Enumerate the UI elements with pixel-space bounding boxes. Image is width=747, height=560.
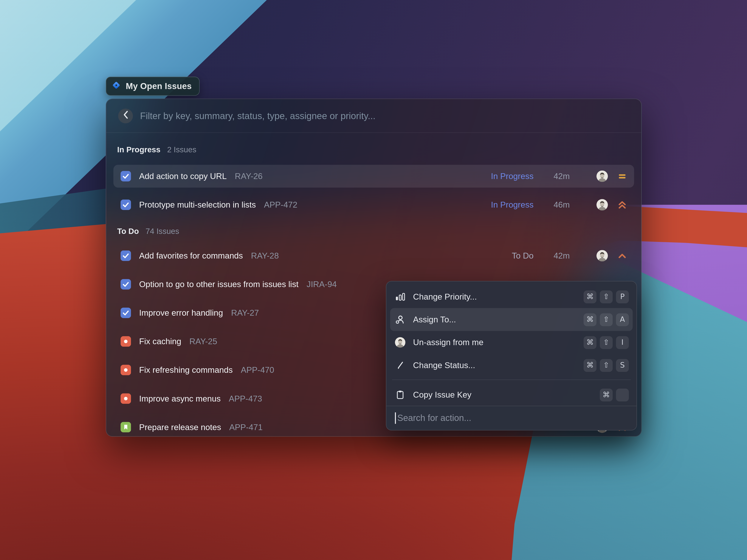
assignee-avatar bbox=[589, 250, 616, 261]
priority-medium-icon bbox=[616, 171, 627, 181]
menu-item[interactable]: Change Priority...⌘⇧P bbox=[390, 285, 633, 308]
bug-icon bbox=[121, 365, 131, 375]
checkbox-checked-icon bbox=[121, 250, 131, 261]
chevron-left-icon bbox=[123, 110, 128, 121]
section-count: 2 Issues bbox=[167, 145, 197, 154]
menu-item-label: Copy Issue Key bbox=[413, 390, 600, 400]
action-menu-items: Change Priority...⌘⇧PAssign To...⌘⇧AUn-a… bbox=[386, 282, 637, 410]
section-header: To Do74 Issues bbox=[117, 226, 630, 236]
issue-key: APP-473 bbox=[229, 394, 262, 404]
action-search-input[interactable]: Search for action... bbox=[397, 413, 471, 423]
issue-key: RAY-27 bbox=[231, 308, 259, 318]
text-cursor bbox=[395, 412, 396, 424]
keycap: ⇧ bbox=[600, 359, 613, 372]
issue-key: APP-471 bbox=[229, 422, 263, 432]
issue-key: APP-472 bbox=[264, 200, 298, 210]
assign-person-icon bbox=[395, 314, 406, 325]
status-label: To Do bbox=[512, 251, 534, 261]
menu-divider bbox=[392, 379, 630, 380]
issue-row[interactable]: Add favorites for commandsRAY-28To Do42m bbox=[113, 244, 634, 267]
shortcut-keys: ⌘⇧S bbox=[584, 359, 629, 372]
keycap: S bbox=[616, 359, 629, 372]
issue-key: RAY-26 bbox=[235, 171, 263, 181]
updated-time: 42m bbox=[534, 251, 570, 261]
issue-row[interactable]: Prototype multi-selection in listsAPP-47… bbox=[113, 193, 634, 216]
jira-diamond-icon bbox=[111, 80, 121, 92]
keycap: ⌘ bbox=[584, 359, 596, 372]
menu-item-label: Change Status... bbox=[413, 360, 584, 370]
keycap: A bbox=[616, 313, 629, 326]
clipboard-icon bbox=[395, 390, 406, 400]
command-badge[interactable]: My Open Issues bbox=[106, 77, 200, 96]
keycap: ⇧ bbox=[600, 290, 613, 303]
issue-title: Option to go to other issues from issues… bbox=[139, 279, 299, 289]
screen: My Open Issues Filter by key, summary, s… bbox=[0, 0, 747, 560]
section-header: In Progress2 Issues bbox=[117, 145, 630, 154]
menu-item[interactable]: Copy Issue Key⌘ bbox=[390, 383, 633, 406]
menu-item-label: Change Priority... bbox=[413, 292, 584, 302]
checkbox-checked-icon bbox=[121, 308, 131, 318]
story-icon bbox=[121, 422, 131, 432]
status-label: In Progress bbox=[491, 200, 534, 210]
action-search-bar[interactable]: Search for action... bbox=[386, 406, 637, 430]
section-title: In Progress bbox=[117, 145, 161, 154]
keycap: ⌘ bbox=[600, 388, 613, 401]
menu-item[interactable]: Change Status...⌘⇧S bbox=[390, 354, 633, 376]
issue-title: Improve async menus bbox=[139, 394, 221, 404]
search-input[interactable]: Filter by key, summary, status, type, as… bbox=[140, 110, 376, 121]
keycap: ⌘ bbox=[584, 336, 596, 349]
back-button[interactable] bbox=[118, 108, 133, 123]
priority-highest-icon bbox=[616, 200, 627, 209]
issue-title: Improve error handling bbox=[139, 308, 223, 318]
pencil-icon bbox=[395, 360, 406, 371]
issue-row[interactable]: Add action to copy URLRAY-26In Progress4… bbox=[113, 165, 634, 188]
issue-title: Fix caching bbox=[139, 337, 181, 346]
menu-item[interactable]: Assign To...⌘⇧A bbox=[390, 308, 633, 331]
bug-icon bbox=[121, 393, 131, 404]
issue-title: Prepare release notes bbox=[139, 422, 221, 432]
updated-time: 46m bbox=[534, 200, 570, 210]
shortcut-keys: ⌘⇧P bbox=[584, 290, 629, 303]
checkbox-checked-icon bbox=[121, 199, 131, 210]
keycap: ⌘ bbox=[584, 313, 596, 326]
issue-title: Add favorites for commands bbox=[139, 251, 243, 261]
shortcut-keys: ⌘ bbox=[600, 388, 629, 401]
shortcut-keys: ⌘⇧A bbox=[584, 313, 629, 326]
keycap bbox=[616, 388, 629, 401]
shortcut-keys: ⌘⇧I bbox=[584, 336, 629, 349]
updated-time: 42m bbox=[534, 171, 570, 181]
avatar-icon bbox=[395, 337, 406, 348]
issue-title: Fix refreshing commands bbox=[139, 365, 233, 375]
assignee-avatar bbox=[589, 199, 616, 210]
action-menu: Change Priority...⌘⇧PAssign To...⌘⇧AUn-a… bbox=[386, 281, 637, 430]
section-count: 74 Issues bbox=[146, 226, 179, 236]
issue-key: APP-470 bbox=[241, 365, 274, 375]
issue-title: Prototype multi-selection in lists bbox=[139, 200, 256, 210]
issue-key: JIRA-94 bbox=[307, 279, 337, 289]
keycap: ⇧ bbox=[600, 313, 613, 326]
keycap: ⇧ bbox=[600, 336, 613, 349]
keycap: P bbox=[616, 290, 629, 303]
menu-item[interactable]: Un-assign from me⌘⇧I bbox=[390, 331, 633, 354]
keycap: I bbox=[616, 336, 629, 349]
checkbox-checked-icon bbox=[121, 279, 131, 290]
issue-key: RAY-25 bbox=[189, 337, 217, 346]
assignee-avatar bbox=[589, 170, 616, 182]
checkbox-checked-icon bbox=[121, 171, 131, 182]
search-header: Filter by key, summary, status, type, as… bbox=[106, 99, 641, 133]
command-badge-label: My Open Issues bbox=[126, 81, 191, 91]
issue-key: RAY-28 bbox=[251, 251, 279, 261]
priority-bars-icon bbox=[395, 291, 406, 302]
menu-item-label: Un-assign from me bbox=[413, 337, 584, 347]
issue-title: Add action to copy URL bbox=[139, 171, 227, 181]
bug-icon bbox=[121, 336, 131, 347]
priority-high-icon bbox=[616, 251, 627, 260]
keycap: ⌘ bbox=[584, 290, 596, 303]
status-label: In Progress bbox=[491, 171, 534, 181]
section-title: To Do bbox=[117, 226, 139, 236]
menu-item-label: Assign To... bbox=[413, 315, 584, 325]
